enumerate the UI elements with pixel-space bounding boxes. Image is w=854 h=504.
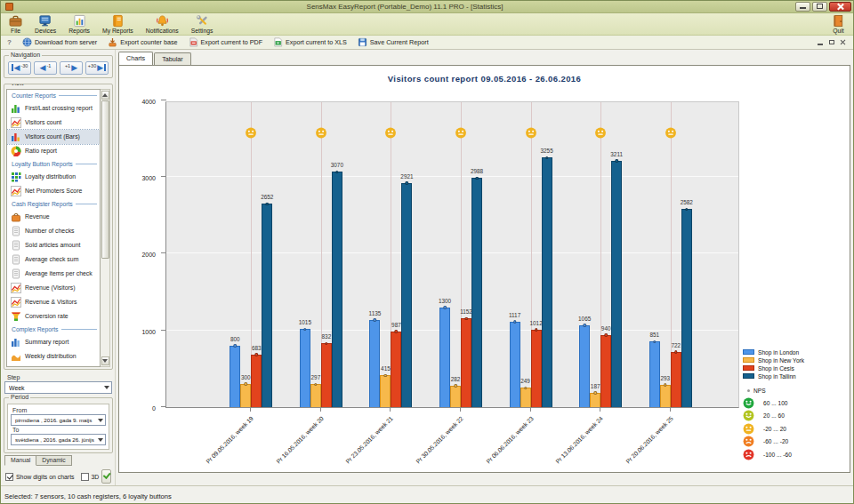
report-item-sold-articles-amount[interactable]: Sold articles amount xyxy=(7,238,100,252)
report-item-revenue-visitors[interactable]: Revenue (Visitors) xyxy=(7,281,100,295)
quit-label: Quit xyxy=(833,28,843,34)
ribbon-item-reports[interactable]: Reports xyxy=(62,13,96,35)
scrollbar-thumb[interactable] xyxy=(101,100,109,259)
toolbar-button-label: Save Current Report xyxy=(370,38,429,46)
quit-button[interactable]: Quit xyxy=(826,13,851,35)
line-chart-icon xyxy=(11,186,21,196)
arrow-right-icon: ▶ xyxy=(97,64,103,72)
toolbar-button-export-current-to-xls[interactable]: Export current to XLS xyxy=(268,37,352,47)
report-item-first-last-crossing-report[interactable]: First/Last crossing report xyxy=(7,101,100,116)
bar-value-label: 1135 xyxy=(369,310,382,316)
report-section-header-cash-register-reports: Cash Register Reports xyxy=(7,198,100,210)
toolbar-button-download-from-server[interactable]: Download from server xyxy=(17,37,102,47)
nav-button-30[interactable]: +30▶ xyxy=(85,61,109,75)
report-item-label: Loyalty distribution xyxy=(25,173,76,180)
show-digits-checkbox[interactable] xyxy=(5,473,13,481)
period-to-select[interactable]: svētdiena , 2016. gada 26. jūnijs xyxy=(11,434,106,445)
bar-top-marker-icon xyxy=(325,342,328,346)
bar-top-marker-icon xyxy=(583,324,586,327)
legend-label: Shop in Tallinn xyxy=(758,373,796,380)
maximize-button[interactable] xyxy=(812,2,827,12)
section-header-line xyxy=(76,164,97,164)
nav-button-1[interactable]: +1▶ xyxy=(60,61,83,75)
mdi-minimize-button[interactable] xyxy=(816,38,824,46)
mdi-close-button[interactable] xyxy=(839,38,847,46)
bar-value-label: 1300 xyxy=(439,298,451,304)
ribbon-item-file[interactable]: File xyxy=(3,13,28,35)
toolbar-button-label: Download from server xyxy=(35,38,97,46)
report-item-visitors-count[interactable]: Visitors count xyxy=(7,116,100,130)
report-item-label: Visitors count xyxy=(25,119,61,125)
scroll-up-button[interactable] xyxy=(101,91,109,100)
report-item-number-of-checks[interactable]: Number of checks xyxy=(7,224,100,238)
x-axis-labels: Pr 09.05.2016, week 19Pr 16.05.2016, wee… xyxy=(215,410,705,474)
report-item-ratio-report[interactable]: Ratio report xyxy=(7,144,100,158)
sidebar: Navigation ◀-30◀-1+1▶+30▶ View Counter R… xyxy=(1,50,116,485)
ribbon-item-devices[interactable]: Devices xyxy=(28,13,62,35)
bar-shop-in-london: 800 xyxy=(230,346,240,407)
toolbar-button-export-current-to-pdf[interactable]: Export current to PDF xyxy=(183,37,269,47)
bar-shop-in-cesis: 832 xyxy=(321,343,332,407)
app-window: SensMax EasyReport (Portable_Demo) 11.1 … xyxy=(0,0,854,504)
globe-icon xyxy=(22,37,32,47)
report-item-label: Sold articles amount xyxy=(25,242,80,248)
period-to-value: svētdiena , 2016. gada 26. jūnijs xyxy=(15,436,96,443)
tab-charts[interactable]: Charts xyxy=(118,52,153,65)
legend-item-shop-in-new-york: Shop in New York xyxy=(743,356,842,364)
bar-shop-in-new-york: 297 xyxy=(310,384,321,407)
ribbon-items: FileDevicesReportsMy ReportsNotification… xyxy=(3,13,219,35)
bar-value-label: 1012 xyxy=(529,320,542,326)
close-icon xyxy=(840,39,846,45)
period-tab-manual[interactable]: Manual xyxy=(4,455,36,466)
toolbar-button-save-current-report[interactable]: Save Current Report xyxy=(352,37,434,47)
bar-shop-in-cesis: 683 xyxy=(251,355,262,407)
status-text: Selected: 7 sensors, 10 cash registers, … xyxy=(4,492,172,500)
period-from-select[interactable]: pirmdiena , 2016. gada 9. maijs xyxy=(11,414,106,426)
bar-shop-in-cesis: 722 xyxy=(671,352,681,407)
report-item-weekly-distribution[interactable]: Weekly distribution xyxy=(7,349,100,364)
nps-marker-icon xyxy=(385,127,397,139)
threed-checkbox[interactable] xyxy=(81,473,89,481)
bar-value-label: 2652 xyxy=(261,194,273,200)
ribbon-item-notifications[interactable]: Notifications xyxy=(140,13,185,35)
apply-button[interactable] xyxy=(101,469,111,484)
help-icon[interactable]: ? xyxy=(4,38,14,46)
report-item-revenue-visitors[interactable]: Revenue & Visitors xyxy=(7,295,100,309)
report-item-visitors-count-bars[interactable]: Visitors count (Bars) xyxy=(7,130,100,144)
report-list-scrollbar[interactable] xyxy=(101,89,110,367)
legend-swatch-icon xyxy=(743,349,754,355)
period-to-label: To xyxy=(12,427,106,433)
close-button[interactable] xyxy=(829,2,851,12)
nav-button-30[interactable]: ◀-30 xyxy=(8,61,31,75)
navigation-group: Navigation ◀-30◀-1+1▶+30▶ xyxy=(4,55,113,78)
ribbon-item-my-reports[interactable]: My Reports xyxy=(96,13,140,35)
legend-item-shop-in-london: Shop in London xyxy=(743,348,842,356)
bar-value-label: 722 xyxy=(671,342,681,348)
bar-group-7: 8512937222582 xyxy=(635,102,705,407)
report-item-average-check-sum[interactable]: Average check sum xyxy=(7,252,100,267)
nps-range-label: 20 ... 60 xyxy=(763,412,785,419)
nav-button-1[interactable]: ◀-1 xyxy=(34,61,57,75)
period-tab-dynamic[interactable]: Dynamic xyxy=(36,455,71,466)
scrollbar-track[interactable] xyxy=(101,100,109,356)
report-item-loyalty-distribution[interactable]: Loyalty distribution xyxy=(7,170,100,184)
save-icon xyxy=(358,37,367,47)
step-select[interactable]: Week xyxy=(4,381,112,394)
report-item-average-items-per-check[interactable]: Average items per check xyxy=(7,267,100,281)
minimize-button[interactable] xyxy=(795,2,810,12)
report-item-summary-report[interactable]: Summary report xyxy=(7,335,100,349)
report-item-revenue[interactable]: Revenue xyxy=(7,210,100,224)
export-base-icon xyxy=(108,37,117,47)
bar-top-marker-icon xyxy=(604,333,608,337)
report-item-net-promoters-score[interactable]: Net Promoters Score xyxy=(7,184,100,198)
mdi-restore-button[interactable] xyxy=(827,38,835,46)
tab-tabular[interactable]: Tabular xyxy=(154,52,191,65)
report-item-conversion-rate[interactable]: Conversion rate xyxy=(7,309,100,324)
ribbon-item-settings[interactable]: Settings xyxy=(185,13,220,35)
bar-top-marker-icon xyxy=(374,318,377,322)
toolbar-button-export-counter-base[interactable]: Export counter base xyxy=(102,37,182,47)
scroll-down-button[interactable] xyxy=(101,356,109,365)
doc-icon xyxy=(11,240,21,251)
report-section-header-counter-reports: Counter Reports xyxy=(7,90,100,101)
pdf-icon xyxy=(189,37,198,47)
